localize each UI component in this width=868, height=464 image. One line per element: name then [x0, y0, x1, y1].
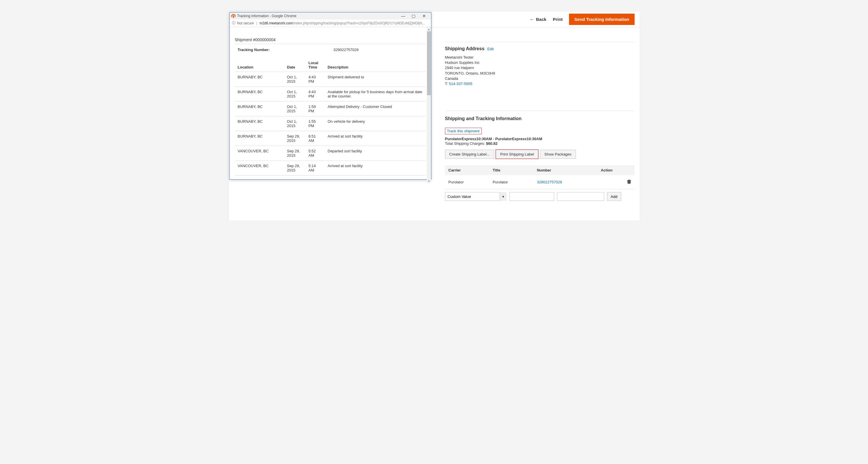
section-divider — [445, 42, 634, 42]
cell-carrier: Purolator — [445, 175, 489, 189]
event-row: VANCOUVER, BCSep 29, 20155:52 AMDeparted… — [235, 146, 426, 161]
track-link-highlight: Track this shipment — [445, 128, 482, 134]
event-time: 4:43 PM — [306, 72, 325, 87]
addr-company: Hudson Supplies Inc — [445, 60, 622, 65]
event-desc: Available for pickup for 5 business days… — [325, 87, 426, 102]
event-location: VANCOUVER, BC — [235, 146, 284, 161]
event-row: BURNABY, BCSep 29, 20156:51 AMArrived at… — [235, 131, 426, 146]
scrollbar[interactable]: ▴ ▾ — [427, 27, 431, 183]
print-button[interactable]: Print — [553, 17, 563, 22]
edit-address-link[interactable]: Edit — [487, 47, 494, 51]
shipping-address-section: Shipping Address Edit Meetanshi Tester H… — [445, 46, 622, 87]
scroll-thumb[interactable] — [427, 31, 431, 95]
th-title: Title — [489, 165, 533, 175]
tracking-number-row: Tracking Number: 329022757028 — [235, 44, 426, 58]
carrier-table: Carrier Title Number Action Purolator Pu… — [445, 165, 634, 189]
number-input[interactable] — [557, 192, 604, 201]
event-location: BURNABY, BC — [235, 117, 284, 131]
addr-street: 2940 rue Halpern — [445, 65, 622, 70]
tracking-section: Shipping and Tracking Information Track … — [445, 110, 634, 201]
tn-label: Tracking Number: — [238, 47, 334, 52]
divider — [445, 110, 634, 111]
event-date: Oct 1, 2015 — [284, 117, 306, 131]
track-shipment-link[interactable]: Track this shipment — [447, 129, 479, 133]
table-row: Purolator Purolator 329022757028 — [445, 175, 634, 189]
close-icon[interactable]: ✕ — [419, 14, 429, 18]
print-label-button[interactable]: Print Shipping Label — [496, 150, 538, 159]
event-location: BURNABY, BC — [235, 87, 284, 102]
event-time: 1:55 PM — [306, 117, 325, 131]
event-time: 5:52 AM — [306, 146, 325, 161]
top-actions: ← Back Print Send Tracking Information — [529, 14, 634, 25]
url-bar[interactable]: ⓘ Not secure | m2d6.meetanshi.com/index.… — [229, 20, 431, 27]
add-button[interactable]: Add — [607, 192, 621, 201]
charges-amount: $60.82 — [486, 141, 498, 146]
url-path: /index.php/shipping/tracking/popup?hash=… — [292, 21, 425, 25]
event-date: Sep 29, 2015 — [284, 161, 306, 175]
addr-country: Canada — [445, 76, 622, 81]
event-location: BURNABY, BC — [235, 72, 284, 87]
th-carrier: Carrier — [445, 165, 489, 175]
event-location: BURNABY, BC — [235, 131, 284, 146]
trash-icon[interactable] — [627, 179, 631, 185]
th-location: Location — [235, 58, 284, 72]
event-location: VANCOUVER, BC — [235, 161, 284, 175]
scroll-down-icon[interactable]: ▾ — [427, 179, 431, 183]
maximize-icon[interactable]: ▢ — [408, 14, 419, 18]
event-row: BURNABY, BCOct 1, 20154:43 PMAvailable f… — [235, 87, 426, 102]
event-row: BURNABY, BCOct 1, 20154:43 PMShipment de… — [235, 72, 426, 87]
tracking-title: Shipping and Tracking Information — [445, 116, 522, 121]
charges-label: Total Shipping Charges: — [445, 141, 486, 146]
th-date: Date — [284, 58, 306, 72]
event-desc: Departed sort facility — [325, 146, 426, 161]
info-icon: ⓘ — [232, 21, 236, 26]
back-label: Back — [536, 17, 546, 22]
print-label: Print — [553, 17, 563, 22]
event-desc: Shipment delivered to — [325, 72, 426, 87]
show-packages-button[interactable]: Show Packages — [540, 150, 576, 159]
event-desc: Arrived at sort facility — [325, 161, 426, 175]
tracking-number-link[interactable]: 329022757028 — [537, 180, 562, 184]
event-date: Oct 1, 2015 — [284, 87, 306, 102]
popup-titlebar[interactable]: Tracking Information - Google Chrome — ▢… — [229, 12, 431, 20]
not-secure-label: Not secure — [237, 21, 254, 25]
event-date: Oct 1, 2015 — [284, 102, 306, 117]
tn-value: 329022757028 — [334, 47, 359, 52]
url-domain: m2d6.meetanshi.com — [259, 21, 293, 25]
action-row: Create Shipping Label... Print Shipping … — [445, 150, 634, 159]
event-date: Sep 29, 2015 — [284, 131, 306, 146]
th-number: Number — [533, 165, 597, 175]
arrow-left-icon: ← — [529, 17, 534, 22]
event-date: Oct 1, 2015 — [284, 72, 306, 87]
event-time: 1:59 PM — [306, 102, 325, 117]
send-tracking-button[interactable]: Send Tracking Information — [569, 14, 634, 25]
tracking-popup: Tracking Information - Google Chrome — ▢… — [229, 12, 431, 179]
event-desc: Arrived at sort facility — [325, 131, 426, 146]
table-header-row: Carrier Title Number Action — [445, 165, 634, 175]
event-row: BURNABY, BCOct 1, 20151:55 PMOn vehicle … — [235, 117, 426, 131]
event-location: BURNABY, BC — [235, 102, 284, 117]
event-date: Sep 29, 2015 — [284, 146, 306, 161]
shipping-charges: Total Shipping Charges: $60.82 — [445, 141, 634, 146]
back-button[interactable]: ← Back — [529, 17, 546, 22]
event-time: 4:43 PM — [306, 87, 325, 102]
carrier-select[interactable]: Custom Value — [445, 192, 506, 201]
create-label-button[interactable]: Create Shipping Label... — [445, 150, 494, 159]
popup-title: Tracking Information - Google Chrome — [237, 14, 297, 18]
magento-icon — [231, 14, 236, 18]
title-input[interactable] — [509, 192, 554, 201]
addr-city: TORONTO, Ontario, M3C0H9 — [445, 71, 622, 76]
th-action: Action — [597, 165, 634, 175]
main-panel: ← Back Print Send Tracking Information S… — [228, 11, 640, 221]
event-row: VANCOUVER, BCSep 29, 20155:14 AMArrived … — [235, 161, 426, 175]
scroll-up-icon[interactable]: ▴ — [427, 27, 431, 31]
cell-number: 329022757028 — [533, 175, 597, 189]
phone-link[interactable]: 514-337-5005 — [449, 81, 472, 86]
minimize-icon[interactable]: — — [398, 14, 408, 18]
shipping-address-title: Shipping Address — [445, 46, 485, 52]
carrier-select-wrap: Custom Value ▾ — [445, 192, 506, 201]
events-table: Location Date LocalTime Description BURN… — [235, 58, 426, 175]
events-header-row: Location Date LocalTime Description — [235, 58, 426, 72]
addr-phone-line: T: 514-337-5005 — [445, 81, 622, 87]
phone-prefix: T: — [445, 81, 449, 86]
